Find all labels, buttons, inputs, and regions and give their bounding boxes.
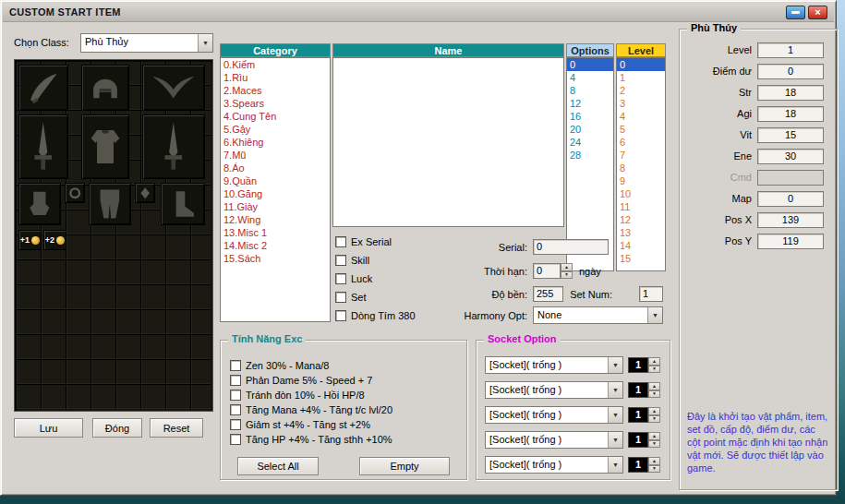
category-item[interactable]: 1.Rìu bbox=[221, 71, 330, 84]
level-item[interactable]: 3 bbox=[617, 97, 665, 110]
close-button[interactable]: × bbox=[808, 6, 827, 19]
pos-x-input[interactable]: 139 bbox=[757, 212, 824, 228]
category-item[interactable]: 7.Mũ bbox=[221, 149, 330, 162]
category-item[interactable]: 4.Cung Tên bbox=[221, 110, 330, 123]
ene-input[interactable]: 30 bbox=[757, 149, 824, 164]
level-item[interactable]: 15 bbox=[617, 252, 665, 265]
spin-up-icon[interactable]: ▲ bbox=[648, 457, 660, 465]
titlebar[interactable]: CUSTOM START ITEM × bbox=[3, 3, 834, 22]
level-item[interactable]: 4 bbox=[617, 110, 665, 123]
socket-select-5[interactable]: [Socket]( trống ) ▼ bbox=[485, 456, 623, 474]
option-item[interactable]: 20 bbox=[567, 123, 613, 136]
select-all-button[interactable]: Select All bbox=[237, 457, 319, 475]
map-input[interactable]: 0 bbox=[757, 191, 824, 207]
equip-slot-sword-right[interactable] bbox=[142, 114, 205, 179]
vit-input[interactable]: 15 bbox=[757, 127, 824, 143]
exc-option-checkbox[interactable] bbox=[230, 404, 241, 415]
close-dialog-button[interactable]: Đóng bbox=[92, 418, 142, 438]
class-select[interactable]: Phù Thủy ▼ bbox=[80, 33, 213, 53]
spin-down-icon[interactable]: ▼ bbox=[648, 440, 660, 449]
ex-serial-checkbox[interactable] bbox=[335, 236, 346, 247]
chevron-down-icon[interactable]: ▼ bbox=[608, 407, 622, 423]
set-num-input[interactable]: 1 bbox=[639, 286, 663, 302]
spin-up-icon[interactable]: ▲ bbox=[561, 263, 573, 271]
option-item[interactable]: 12 bbox=[567, 97, 613, 110]
level-item[interactable]: 12 bbox=[617, 213, 665, 226]
chevron-down-icon[interactable]: ▼ bbox=[608, 357, 622, 373]
socket-count-1[interactable]: 1 bbox=[628, 357, 648, 373]
level-item[interactable]: 10 bbox=[617, 187, 665, 200]
spin-down-icon[interactable]: ▼ bbox=[648, 390, 660, 399]
equip-slot-helm[interactable] bbox=[81, 65, 129, 111]
luck-checkbox[interactable] bbox=[335, 273, 346, 284]
option-item[interactable]: 16 bbox=[567, 110, 613, 123]
socket-select-2[interactable]: [Socket]( trống ) ▼ bbox=[485, 381, 623, 399]
empty-button[interactable]: Empty bbox=[359, 457, 450, 475]
inventory-panel[interactable]: +1 +2 bbox=[14, 59, 213, 412]
chevron-down-icon[interactable]: ▼ bbox=[647, 307, 662, 323]
agi-input[interactable]: 18 bbox=[757, 106, 824, 122]
category-item[interactable]: 9.Quần bbox=[221, 174, 330, 187]
socket-count-5[interactable]: 1 bbox=[628, 457, 648, 473]
category-item[interactable]: 11.Giày bbox=[221, 200, 330, 213]
pet-slot-plus2[interactable]: +2 bbox=[43, 230, 66, 250]
name-listbox[interactable] bbox=[332, 57, 564, 227]
serial-input[interactable]: 0 bbox=[533, 239, 609, 255]
level-item[interactable]: 8 bbox=[617, 162, 665, 174]
category-item[interactable]: 8.Áo bbox=[221, 162, 330, 174]
exc-option-checkbox[interactable] bbox=[230, 434, 241, 445]
exc-option-checkbox[interactable] bbox=[230, 360, 241, 371]
level-item[interactable]: 6 bbox=[617, 136, 665, 149]
level-item[interactable]: 9 bbox=[617, 174, 665, 187]
equip-slot-pants[interactable] bbox=[89, 183, 131, 225]
equip-slot-weapon-left[interactable] bbox=[18, 65, 68, 111]
level-input[interactable]: 1 bbox=[757, 42, 824, 58]
spin-up-icon[interactable]: ▲ bbox=[648, 382, 660, 390]
skill-checkbox[interactable] bbox=[335, 255, 346, 266]
option-item[interactable]: 24 bbox=[567, 136, 613, 149]
chevron-down-icon[interactable]: ▼ bbox=[608, 432, 622, 448]
spin-down-icon[interactable]: ▼ bbox=[648, 465, 660, 474]
exc-option-checkbox[interactable] bbox=[230, 390, 241, 401]
spin-down-icon[interactable]: ▼ bbox=[561, 271, 573, 280]
chevron-down-icon[interactable]: ▼ bbox=[608, 457, 622, 473]
level-item[interactable]: 2 bbox=[617, 84, 665, 97]
level-item[interactable]: 5 bbox=[617, 123, 665, 136]
level-listbox[interactable]: 0 1 2 3 4 5 6 7 8 9 10 11 12 13 14 15 bbox=[616, 57, 666, 271]
category-item[interactable]: 0.Kiếm bbox=[221, 58, 330, 71]
spin-up-icon[interactable]: ▲ bbox=[648, 357, 660, 366]
level-item[interactable]: 14 bbox=[617, 239, 665, 252]
category-item[interactable]: 14.Misc 2 bbox=[221, 239, 330, 252]
category-item[interactable]: 2.Maces bbox=[221, 84, 330, 97]
equip-slot-gloves[interactable] bbox=[18, 183, 61, 225]
pet-slot-plus1[interactable]: +1 bbox=[18, 230, 42, 250]
category-item[interactable]: 6.Khiêng bbox=[221, 136, 330, 149]
reset-button[interactable]: Reset bbox=[150, 418, 203, 438]
socket-count-4[interactable]: 1 bbox=[628, 432, 648, 448]
exc-option-checkbox[interactable] bbox=[230, 375, 241, 386]
chevron-down-icon[interactable]: ▼ bbox=[198, 34, 212, 52]
equip-slot-pendant[interactable] bbox=[65, 183, 85, 203]
category-item[interactable]: 5.Gậy bbox=[221, 123, 330, 136]
chevron-down-icon[interactable]: ▼ bbox=[608, 382, 622, 398]
socket-select-3[interactable]: [Socket]( trống ) ▼ bbox=[485, 406, 623, 424]
option-item[interactable]: 4 bbox=[567, 71, 613, 84]
durability-input[interactable]: 255 bbox=[533, 286, 563, 302]
category-listbox[interactable]: 0.Kiếm 1.Rìu 2.Maces 3.Spears 4.Cung Tên… bbox=[220, 57, 331, 322]
harmony-select[interactable]: None ▼ bbox=[533, 306, 663, 324]
level-item[interactable]: 7 bbox=[617, 149, 665, 162]
save-button[interactable]: Lưu bbox=[14, 418, 83, 438]
equip-slot-armor[interactable] bbox=[81, 114, 129, 179]
socket-count-2[interactable]: 1 bbox=[628, 382, 648, 398]
equip-slot-wings[interactable] bbox=[142, 65, 205, 111]
equip-slot-sword-left[interactable] bbox=[18, 114, 68, 179]
duration-input[interactable]: 0 bbox=[533, 263, 561, 279]
set-checkbox[interactable] bbox=[335, 292, 346, 303]
level-item[interactable]: 0 bbox=[617, 58, 665, 71]
socket-select-1[interactable]: [Socket]( trống ) ▼ bbox=[485, 356, 623, 374]
category-item[interactable]: 15.Sách bbox=[221, 252, 330, 265]
spin-up-icon[interactable]: ▲ bbox=[648, 407, 660, 415]
level-item[interactable]: 13 bbox=[617, 226, 665, 239]
spin-down-icon[interactable]: ▼ bbox=[648, 366, 660, 374]
equip-slot-boots[interactable] bbox=[161, 183, 205, 225]
